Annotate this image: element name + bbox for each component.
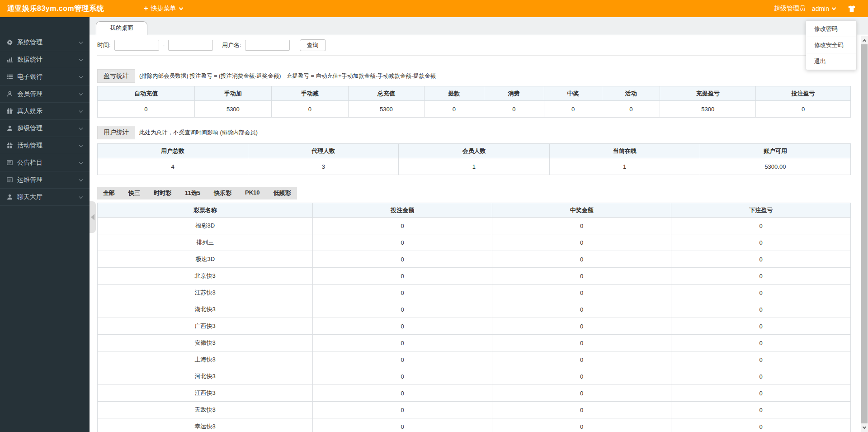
chevron-down-icon [79, 143, 83, 147]
chevron-down-icon [79, 40, 83, 43]
sidebar-collapse-handle[interactable] [90, 201, 96, 233]
time-from-input[interactable] [114, 40, 159, 51]
lottery-name: 江苏快3 [98, 285, 313, 301]
table-row: 广西快3000 [98, 318, 851, 335]
scroll-up-arrow[interactable] [861, 37, 868, 44]
lottery-tab-kuailecai[interactable]: 快乐彩 [214, 189, 231, 197]
sidebar-item-live-casino[interactable]: 真人娱乐 [0, 103, 90, 120]
query-button[interactable]: 查询 [300, 39, 326, 51]
tshirt-skin-icon[interactable] [847, 4, 856, 13]
col-header: 用户总数 [98, 144, 248, 158]
menu-item-logout[interactable]: 退出 [806, 53, 856, 70]
chevron-up-icon [863, 39, 866, 43]
cell-value: 0 [492, 301, 671, 318]
cell-value: 0 [492, 234, 671, 251]
col-header: 提款 [425, 86, 484, 101]
chevron-down-icon [79, 195, 83, 198]
scroll-down-arrow[interactable] [861, 424, 868, 431]
cell-value: 0 [492, 285, 671, 301]
cell-value: 5300 [660, 101, 756, 118]
col-header: 活动 [602, 86, 660, 101]
menu-item-change-security-code[interactable]: 修改安全码 [806, 37, 856, 53]
app-title: 通亚娱乐83ym.com管理系统 [0, 4, 104, 14]
vertical-scrollbar[interactable] [861, 36, 868, 432]
tab-my-desktop[interactable]: 我的桌面 [96, 21, 147, 35]
sidebar-item-label: 运维管理 [17, 176, 42, 184]
lottery-tab-shishicai[interactable]: 时时彩 [154, 189, 171, 197]
cell-value: 0 [425, 101, 484, 118]
sidebar-item-label: 活动管理 [17, 142, 42, 150]
lottery-tab-kuaisan[interactable]: 快三 [128, 189, 140, 197]
user-icon [6, 125, 13, 132]
time-to-input[interactable] [168, 40, 213, 51]
sidebar-item-chat-hall[interactable]: 聊天大厅 [0, 189, 90, 206]
chevron-down-icon [79, 74, 83, 78]
lottery-tab-all[interactable]: 全部 [103, 189, 115, 197]
lottery-tab-pk10[interactable]: PK10 [245, 189, 260, 197]
lottery-name: 湖北快3 [98, 301, 313, 318]
sidebar-item-label: 公告栏目 [17, 159, 42, 167]
cell-value: 3 [248, 158, 399, 175]
cell-value: 0 [671, 351, 851, 368]
sidebar-item-super-admin[interactable]: 超级管理 [0, 120, 90, 137]
lottery-tab-11xuan5[interactable]: 11选5 [185, 189, 200, 197]
cell-value: 0 [492, 318, 671, 335]
cell-value: 0 [313, 335, 492, 351]
member-icon [6, 90, 13, 97]
col-header: 当前在线 [549, 144, 700, 158]
cell-value: 0 [671, 368, 851, 385]
cell-value: 0 [313, 318, 492, 335]
time-label: 时间: [97, 41, 111, 49]
col-header: 投注金额 [313, 203, 492, 218]
chevron-down-icon [79, 57, 83, 61]
col-header: 消费 [484, 86, 544, 101]
menu-item-change-password[interactable]: 修改密码 [806, 21, 856, 37]
scrollbar-thumb[interactable] [861, 44, 868, 423]
gift-icon [6, 142, 13, 149]
sidebar-item-label: 会员管理 [17, 90, 42, 98]
cell-value: 0 [492, 418, 671, 432]
lottery-table: 彩票名称 投注金额 中奖金额 下注盈亏 福彩3D000 排列三000 极速3D0… [97, 203, 851, 432]
sidebar-item-announcements[interactable]: 公告栏目 [0, 154, 90, 171]
username-input[interactable] [245, 40, 290, 51]
col-header: 下注盈亏 [671, 203, 851, 218]
quick-menu-button[interactable]: + 快捷菜单 [144, 5, 182, 13]
cell-value: 1 [549, 158, 700, 175]
sidebar-item-members[interactable]: 会员管理 [0, 85, 90, 103]
plus-icon: + [144, 5, 148, 13]
sidebar-item-statistics[interactable]: 数据统计 [0, 51, 90, 68]
lottery-name: 幸运快3 [98, 418, 313, 432]
lottery-name: 江西快3 [98, 385, 313, 402]
quick-menu-label: 快捷菜单 [151, 5, 176, 13]
sidebar-item-ebank[interactable]: 电子银行 [0, 68, 90, 85]
col-header: 中奖 [544, 86, 602, 101]
cell-value: 0 [271, 101, 348, 118]
cell-value: 0 [313, 351, 492, 368]
cell-value: 0 [492, 368, 671, 385]
sidebar-item-operations[interactable]: 运维管理 [0, 171, 90, 189]
cell-value: 0 [671, 218, 851, 234]
chevron-left-icon [91, 214, 94, 220]
table-row: 0 5300 0 5300 0 0 0 0 5300 0 [98, 101, 851, 118]
sidebar-item-activities[interactable]: 活动管理 [0, 137, 90, 154]
table-row: 福彩3D000 [98, 218, 851, 234]
chevron-down-icon [863, 425, 866, 428]
profit-section-header: 盈亏统计 (排除内部会员数据) 投注盈亏 = (投注消费金额-返奖金额) 充提盈… [97, 69, 851, 83]
username: admin [812, 5, 829, 12]
lottery-name: 上海快3 [98, 351, 313, 368]
table-row: 4 3 1 1 5300.00 [98, 158, 851, 175]
col-header: 总充值 [348, 86, 424, 101]
lottery-tab-dipincai[interactable]: 低频彩 [274, 189, 291, 197]
col-header: 手动加 [194, 86, 271, 101]
board-icon [6, 159, 13, 166]
cell-value: 0 [602, 101, 660, 118]
lottery-name: 广西快3 [98, 318, 313, 335]
cell-value: 0 [492, 402, 671, 418]
table-row: 湖北快3000 [98, 301, 851, 318]
sidebar-item-system[interactable]: 系统管理 [0, 34, 90, 51]
user-dropdown-menu: 修改密码 修改安全码 退出 [806, 20, 857, 70]
chevron-down-icon [79, 91, 83, 95]
user-menu-button[interactable]: 超级管理员 admin [774, 4, 862, 13]
table-row: 安徽快3000 [98, 335, 851, 351]
dash-separator: - [163, 42, 165, 49]
